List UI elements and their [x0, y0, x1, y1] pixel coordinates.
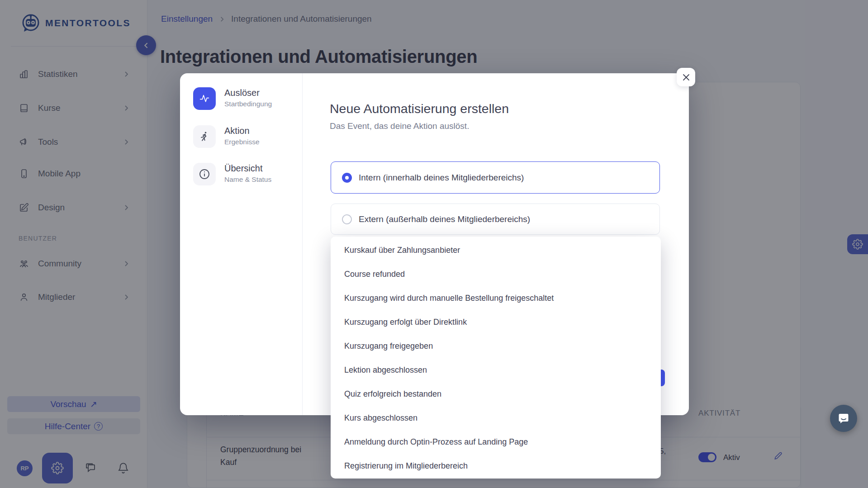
event-option[interactable]: Kurs abgeschlossen: [331, 406, 661, 430]
step-subtitle: Ergebnisse: [224, 138, 260, 146]
step-aktion[interactable]: Aktion Ergebnisse: [193, 125, 260, 148]
event-option[interactable]: Kurszugang freigegeben: [331, 334, 661, 358]
modal-subheading: Das Event, das deine Aktion auslöst.: [330, 121, 469, 131]
runner-icon: [193, 125, 216, 148]
step-title: Auslöser: [224, 88, 272, 98]
step-subtitle: Name & Status: [224, 175, 271, 184]
radio-selected-icon[interactable]: [342, 173, 352, 183]
pulse-icon: [193, 87, 216, 110]
chat-bubble-icon: [837, 412, 850, 425]
step-subtitle: Startbedingung: [224, 100, 272, 108]
event-option[interactable]: Kurszugang wird durch manuelle Bestellun…: [331, 286, 661, 310]
option-extern[interactable]: Extern (außerhalb deines Mitgliederberei…: [331, 204, 660, 235]
event-option[interactable]: Kurszugang erfolgt über Direktlink: [331, 310, 661, 334]
event-option[interactable]: Kurskauf über Zahlungsanbieter: [331, 238, 661, 262]
option-label: Extern (außerhalb deines Mitgliederberei…: [359, 214, 530, 224]
support-chat-launcher[interactable]: [830, 405, 857, 432]
modal-heading: Neue Automatisierung erstellen: [330, 101, 509, 116]
app-screen: MENTORTOOLS Statistiken Kurse: [0, 0, 868, 488]
primary-button-partial[interactable]: [661, 370, 665, 386]
step-ausloeser[interactable]: Auslöser Startbedingung: [193, 87, 272, 110]
step-title: Aktion: [224, 126, 260, 136]
option-intern[interactable]: Intern (innerhalb deines Mitgliederberei…: [331, 161, 660, 194]
event-option[interactable]: Registrierung im Mitgliederbereich: [331, 454, 661, 478]
info-icon: [193, 163, 216, 185]
event-option[interactable]: Course refunded: [331, 262, 661, 286]
step-uebersicht[interactable]: Übersicht Name & Status: [193, 163, 271, 185]
modal-step-nav: Auslöser Startbedingung Aktion Ergebniss…: [180, 73, 303, 415]
event-option[interactable]: Lektion abgeschlossen: [331, 358, 661, 382]
radio-unselected-icon[interactable]: [342, 214, 352, 224]
step-title: Übersicht: [224, 163, 271, 174]
option-label: Intern (innerhalb deines Mitgliederberei…: [359, 173, 524, 183]
event-option[interactable]: Anmeldung durch Optin-Prozess auf Landin…: [331, 430, 661, 454]
close-icon: [682, 73, 691, 82]
event-dropdown-list: Kurskauf über Zahlungsanbieter Course re…: [331, 237, 661, 479]
event-option[interactable]: Quiz erfolgreich bestanden: [331, 382, 661, 406]
modal-close-button[interactable]: [677, 68, 695, 86]
